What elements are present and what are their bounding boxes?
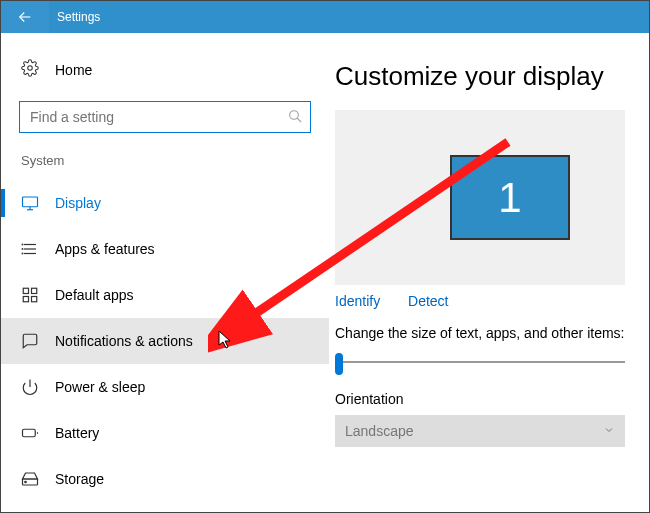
- search-icon: [287, 108, 303, 128]
- grid-icon: [21, 286, 39, 304]
- arrow-left-icon: [16, 8, 34, 26]
- sidebar-item-label: Power & sleep: [55, 379, 145, 395]
- home-label: Home: [55, 62, 92, 78]
- svg-point-10: [22, 249, 23, 250]
- svg-rect-14: [23, 297, 28, 302]
- sidebar-item-label: Battery: [55, 425, 99, 441]
- display-preview[interactable]: 1: [335, 110, 625, 285]
- svg-point-1: [290, 111, 299, 120]
- content-area: Customize your display 1 Identify Detect…: [329, 33, 649, 511]
- sidebar-item-label: Notifications & actions: [55, 333, 193, 349]
- power-icon: [21, 378, 39, 396]
- drive-icon: [21, 470, 39, 488]
- sidebar-item-home[interactable]: Home: [1, 49, 329, 91]
- sidebar-item-label: Storage: [55, 471, 104, 487]
- sidebar-item-apps[interactable]: Apps & features: [1, 226, 329, 272]
- orientation-label: Orientation: [335, 391, 649, 407]
- message-icon: [21, 332, 39, 350]
- sidebar-item-label: Default apps: [55, 287, 134, 303]
- sidebar-item-display[interactable]: Display: [1, 180, 329, 226]
- svg-point-0: [28, 66, 33, 71]
- sidebar-item-storage[interactable]: Storage: [1, 456, 329, 502]
- detect-link[interactable]: Detect: [408, 293, 448, 309]
- svg-rect-15: [32, 297, 37, 302]
- orientation-dropdown[interactable]: Landscape: [335, 415, 625, 447]
- battery-icon: [21, 424, 39, 442]
- group-label-system: System: [1, 151, 329, 170]
- svg-point-11: [22, 253, 23, 254]
- svg-line-2: [297, 118, 301, 122]
- svg-rect-3: [23, 197, 38, 207]
- chevron-down-icon: [603, 423, 615, 439]
- list-icon: [21, 240, 39, 258]
- gear-icon: [21, 59, 39, 81]
- svg-point-9: [22, 244, 23, 245]
- scale-label: Change the size of text, apps, and other…: [335, 325, 649, 341]
- svg-point-20: [25, 481, 27, 483]
- sidebar-item-default-apps[interactable]: Default apps: [1, 272, 329, 318]
- orientation-value: Landscape: [345, 423, 414, 439]
- back-button[interactable]: [1, 1, 49, 33]
- scale-slider[interactable]: [335, 351, 625, 375]
- monitor-number: 1: [498, 174, 521, 222]
- svg-rect-12: [23, 288, 28, 293]
- monitor-icon: [21, 194, 39, 212]
- identify-link[interactable]: Identify: [335, 293, 380, 309]
- sidebar-item-label: Apps & features: [55, 241, 155, 257]
- slider-thumb[interactable]: [335, 353, 343, 375]
- sidebar-item-notifications[interactable]: Notifications & actions: [1, 318, 329, 364]
- sidebar-item-power[interactable]: Power & sleep: [1, 364, 329, 410]
- title-bar: Settings: [1, 1, 649, 33]
- svg-rect-13: [32, 288, 37, 293]
- sidebar-item-battery[interactable]: Battery: [1, 410, 329, 456]
- slider-track: [341, 361, 625, 363]
- window-title: Settings: [57, 10, 100, 24]
- search-input[interactable]: [19, 101, 311, 133]
- svg-rect-17: [23, 429, 36, 437]
- sidebar-item-label: Display: [55, 195, 101, 211]
- monitor-tile-1[interactable]: 1: [450, 155, 570, 240]
- page-title: Customize your display: [335, 61, 649, 92]
- sidebar: Home System Display Apps & features Defa…: [1, 33, 329, 511]
